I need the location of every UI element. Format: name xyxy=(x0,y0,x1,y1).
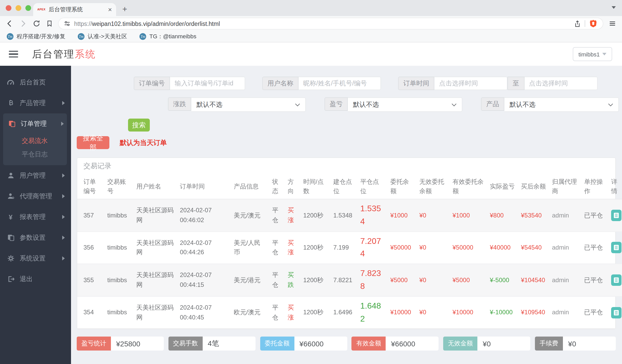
sidebar-item-params[interactable]: 参数设置 xyxy=(0,227,71,248)
stat-invalid-amount: 无效金额¥0 xyxy=(443,337,530,351)
bookmark-item[interactable]: TmTG：@tianmeibbs xyxy=(139,33,196,40)
traffic-lights xyxy=(6,5,31,11)
tune-icon[interactable] xyxy=(64,20,70,27)
forward-icon[interactable] xyxy=(19,20,27,27)
sidebar-item-label: 订单管理 xyxy=(21,119,47,128)
sidebar-item-label: 后台首页 xyxy=(20,78,46,87)
sidebar-item-user[interactable]: 用户管理 xyxy=(0,165,71,186)
search-all-button[interactable]: 搜索全部 xyxy=(77,136,109,149)
filter-group-profit: 盈亏默认不选 xyxy=(324,97,462,111)
stat-trade-count: 交易手数4笔 xyxy=(168,337,256,351)
gears-icon xyxy=(6,254,15,263)
sidebar-item-label: 参数设置 xyxy=(20,233,46,242)
bookmark-icon[interactable] xyxy=(46,20,53,27)
browser-window: APEX 后台管理系统 × + https://weipan102.timibb… xyxy=(0,0,622,364)
search-button[interactable]: 搜索 xyxy=(128,119,150,132)
sidebar-submenu: 交易流水平仓日志 xyxy=(3,134,67,165)
column-header: 订单时间 xyxy=(177,174,231,199)
maximize-window-button[interactable] xyxy=(25,5,31,11)
order-time-input[interactable] xyxy=(434,77,507,90)
select-updown[interactable]: 默认不选 xyxy=(191,97,306,112)
bookmark-favicon-icon: Tm xyxy=(78,33,84,40)
order-no-input[interactable] xyxy=(170,77,245,90)
sidebar-item-product[interactable]: 产品管理 xyxy=(0,93,71,113)
column-header: 委托余额 xyxy=(387,174,416,199)
bookmark-item[interactable]: Tm认准->天美社区 xyxy=(78,33,127,40)
detail-button[interactable] xyxy=(611,307,621,318)
detail-button[interactable] xyxy=(611,210,621,221)
stat-label: 无效金额 xyxy=(443,337,477,351)
end-time-input[interactable] xyxy=(524,77,597,90)
username-input[interactable] xyxy=(299,77,381,90)
table-row: 355timibbs天美社区源码网2024-02-07 00:44:15美元/港… xyxy=(77,264,622,296)
stat-value: ¥25800 xyxy=(111,337,164,351)
stat-label: 手续费 xyxy=(535,337,563,351)
stat-label: 交易手数 xyxy=(168,337,203,351)
column-header: 无效委托余额 xyxy=(416,174,449,199)
sidebar-subitem[interactable]: 交易流水 xyxy=(22,134,67,148)
tab-close-icon[interactable]: × xyxy=(108,6,112,13)
sidebar-subitem[interactable]: 平仓日志 xyxy=(22,148,67,161)
minimize-window-button[interactable] xyxy=(16,5,21,11)
filter-group-order-time: 订单时间至 xyxy=(398,77,597,90)
divider xyxy=(585,20,585,27)
reload-icon[interactable] xyxy=(33,20,40,27)
filter-group-order-no: 订单编号 xyxy=(134,77,245,90)
chevron-right-icon xyxy=(62,101,65,105)
user-dropdown[interactable]: timibbs1 xyxy=(573,47,612,61)
brave-shield-icon[interactable] xyxy=(589,19,598,28)
sidebar-item-system[interactable]: 系统设置 xyxy=(0,248,71,269)
new-tab-button[interactable]: + xyxy=(122,5,127,13)
bookmark-favicon-icon: Tm xyxy=(7,33,13,40)
yen-icon: ¥ xyxy=(6,213,15,221)
filter-label: 用户名称 xyxy=(262,77,299,90)
select-product[interactable]: 默认不选 xyxy=(504,97,619,112)
browser-tab[interactable]: APEX 后台管理系统 × xyxy=(33,3,116,16)
back-icon[interactable] xyxy=(6,20,13,27)
sidebar-item-label: 报表管理 xyxy=(20,213,46,221)
orders-icon xyxy=(7,120,16,128)
sidebar-item-report[interactable]: ¥报表管理 xyxy=(0,207,71,227)
detail-button[interactable] xyxy=(611,242,621,253)
default-today-note: 默认为当天订单 xyxy=(120,138,167,147)
sidebar-item-home[interactable]: 后台首页 xyxy=(0,72,71,93)
table-row: 354timibbs天美社区源码网2024-02-07 00:40:45欧元/澳… xyxy=(77,296,622,329)
range-separator-label: 至 xyxy=(507,77,524,90)
menu-icon[interactable] xyxy=(609,20,616,27)
tab-search-caret-icon[interactable] xyxy=(612,6,616,9)
select-profit[interactable]: 默认不选 xyxy=(348,97,462,112)
filter-label: 订单时间 xyxy=(398,77,434,90)
sidebar-item-agent[interactable]: 代理商管理 xyxy=(0,186,71,207)
stat-value: ¥0 xyxy=(477,337,530,351)
trade-records-panel: 交易记录 订单编号交易账号用户姓名订单时间产品信息状态方向时间/点数建仓点位平仓… xyxy=(77,157,616,330)
stat-value: 4笔 xyxy=(203,337,256,351)
bookmark-label: 认准->天美社区 xyxy=(88,33,127,40)
sidebar-item-order[interactable]: 订单管理 xyxy=(3,113,67,134)
address-bar[interactable]: https://weipan102.timibbs.vip/admin/orde… xyxy=(59,18,603,29)
detail-button[interactable] xyxy=(611,274,621,286)
column-header: 建仓点位 xyxy=(330,174,357,199)
column-header: 订单编号 xyxy=(77,174,104,199)
sidebar: 后台首页产品管理订单管理交易流水平仓日志用户管理代理商管理¥报表管理参数设置系统… xyxy=(0,66,71,364)
close-window-button[interactable] xyxy=(6,5,11,11)
stat-entrust-amount: 委托金额¥66000 xyxy=(260,337,347,351)
chevron-right-icon xyxy=(61,122,64,126)
sidebar-item-logout[interactable]: 退出 xyxy=(0,269,71,289)
url-text: https://weipan102.timibbs.vip/admin/orde… xyxy=(74,20,570,27)
share-icon[interactable] xyxy=(574,20,581,27)
filter-group-username: 用户名称 xyxy=(262,77,381,90)
filter-label: 产品 xyxy=(481,97,504,111)
table-row: 356timibbs天美社区源码网2024-02-07 00:44:26美元/人… xyxy=(77,231,622,264)
chevron-right-icon xyxy=(62,194,65,198)
logout-icon xyxy=(6,275,15,283)
tab-title: 后台管理系统 xyxy=(49,6,105,13)
main-content: 订单编号用户名称订单时间至 涨跌默认不选盈亏默认不选产品默认不选状态默认不选 搜… xyxy=(71,66,622,364)
column-header: 状态 xyxy=(269,174,285,199)
sidebar-toggle-icon[interactable] xyxy=(9,51,18,57)
column-header: 单控操作 xyxy=(581,174,608,199)
bookmark-item[interactable]: Tm程序搭建/开发/修复 xyxy=(7,33,65,40)
page-header: 后台管理系统 timibbs1 xyxy=(0,42,622,66)
stat-value: ¥66000 xyxy=(386,337,439,351)
filter-group-product: 产品默认不选 xyxy=(481,97,619,111)
tab-strip: APEX 后台管理系统 × + xyxy=(0,0,622,16)
